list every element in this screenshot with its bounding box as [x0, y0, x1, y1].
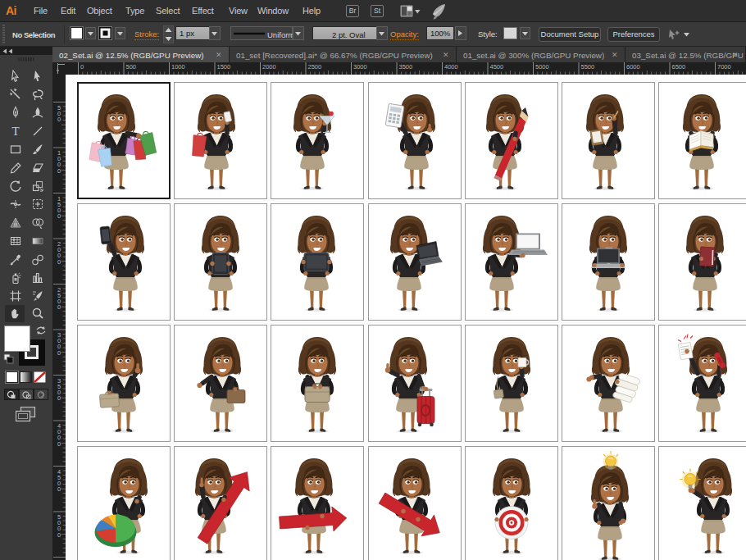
svg-text:0: 0 — [57, 394, 61, 402]
svg-text:500: 500 — [126, 63, 137, 71]
svg-text:0: 0 — [57, 485, 61, 493]
svg-text:2000: 2000 — [262, 63, 276, 71]
svg-text:0: 0 — [80, 63, 84, 71]
svg-text:4500: 4500 — [490, 63, 504, 71]
svg-text:0: 0 — [57, 303, 61, 311]
svg-text:3500: 3500 — [399, 63, 413, 71]
svg-text:2500: 2500 — [308, 63, 322, 71]
svg-text:4000: 4000 — [444, 63, 458, 71]
svg-text:0: 0 — [57, 440, 61, 448]
svg-text:5500: 5500 — [581, 63, 595, 71]
svg-text:0: 0 — [57, 349, 61, 357]
svg-text:0: 0 — [57, 212, 61, 220]
svg-text:0: 0 — [57, 258, 61, 266]
svg-text:7000: 7000 — [717, 63, 731, 71]
svg-text:5000: 5000 — [535, 63, 549, 71]
svg-text:1000: 1000 — [171, 63, 185, 71]
svg-text:6500: 6500 — [672, 63, 686, 71]
svg-text:0: 0 — [57, 167, 61, 175]
svg-text:T: T — [11, 125, 19, 138]
svg-text:0: 0 — [57, 116, 61, 123]
svg-text:0: 0 — [57, 531, 61, 539]
svg-text:1500: 1500 — [217, 63, 231, 71]
svg-text:3000: 3000 — [353, 63, 367, 71]
svg-text:6000: 6000 — [626, 63, 640, 71]
